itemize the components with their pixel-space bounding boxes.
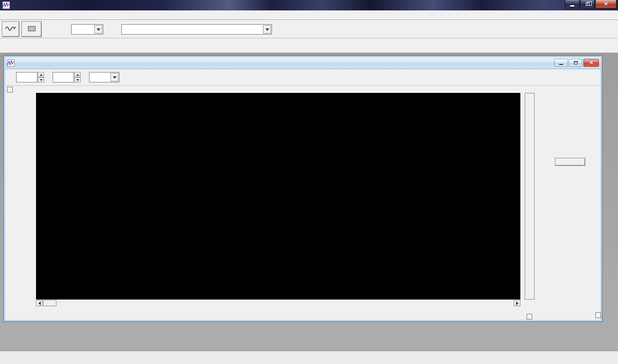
overlay-options-button[interactable] xyxy=(555,158,585,166)
minimize-icon xyxy=(559,64,563,65)
plot-top-spinner[interactable] xyxy=(38,72,44,82)
plot-range-input[interactable] xyxy=(53,72,74,82)
app-window: ✕ xyxy=(0,0,618,364)
spin-up-icon[interactable] xyxy=(74,72,81,77)
spectrum-titlebar[interactable]: ✕ xyxy=(5,57,600,69)
transport-toolbar xyxy=(0,20,618,38)
hscroll-thumb[interactable] xyxy=(43,300,56,306)
minimize-button[interactable] xyxy=(565,0,580,9)
spin-down-icon[interactable] xyxy=(38,77,44,82)
spin-down-icon[interactable] xyxy=(74,77,81,82)
configuration-select[interactable] xyxy=(121,24,272,35)
avg-dropdown-arrow-icon[interactable] xyxy=(94,25,102,34)
minimize-icon xyxy=(570,5,574,7)
collapse-overlays-button[interactable] xyxy=(595,312,601,318)
main-toolbar xyxy=(0,38,618,53)
close-icon: ✕ xyxy=(589,60,593,65)
spectrum-window-controls: ✕ xyxy=(553,59,599,67)
collapse-power-meter-button[interactable] xyxy=(527,314,532,319)
collapse-amplitude-axis-button[interactable] xyxy=(7,87,13,92)
stop-button[interactable] xyxy=(21,21,42,37)
restore-icon xyxy=(586,2,590,6)
maximize-icon xyxy=(574,61,578,64)
plot-top-input[interactable] xyxy=(16,72,37,82)
spectrum-plot[interactable] xyxy=(36,93,520,300)
configuration-dropdown-arrow-icon[interactable] xyxy=(263,25,271,34)
menu-bar xyxy=(0,10,618,20)
window-controls: ✕ xyxy=(564,0,617,9)
sine-wave-icon xyxy=(5,26,17,33)
arrow-left-icon xyxy=(38,301,41,305)
close-button[interactable]: ✕ xyxy=(595,0,617,9)
titlebar[interactable]: ✕ xyxy=(0,0,618,10)
x-axis-title xyxy=(271,313,346,320)
spectrum-content xyxy=(5,86,600,320)
close-icon: ✕ xyxy=(604,1,608,7)
plot-range-spinner[interactable] xyxy=(74,72,81,82)
power-meter-label xyxy=(522,307,537,314)
spectrum-minimize-button[interactable] xyxy=(554,59,568,67)
channel-label xyxy=(36,86,520,92)
run-button[interactable] xyxy=(2,21,19,37)
spin-up-icon[interactable] xyxy=(38,72,44,77)
spectrum-maximize-button[interactable] xyxy=(569,59,582,67)
spectrum-toolbar xyxy=(5,69,600,86)
avg-select[interactable] xyxy=(71,24,103,35)
status-bar xyxy=(0,351,618,364)
restore-button[interactable] xyxy=(580,0,595,9)
peak-hold-dropdown-arrow-icon[interactable] xyxy=(110,73,118,82)
spectrum-close-button[interactable]: ✕ xyxy=(583,59,599,67)
peak-hold-select[interactable] xyxy=(89,72,119,82)
hscroll-left-button[interactable] xyxy=(36,300,43,306)
spectrum-window: ✕ xyxy=(4,56,602,321)
spectrum-window-icon xyxy=(7,59,15,67)
arrow-right-icon xyxy=(516,301,518,305)
workspace: ✕ xyxy=(0,53,618,351)
power-meter xyxy=(525,93,535,300)
stop-square-icon xyxy=(27,26,36,33)
app-icon xyxy=(2,1,10,9)
hscroll-right-button[interactable] xyxy=(514,300,520,306)
